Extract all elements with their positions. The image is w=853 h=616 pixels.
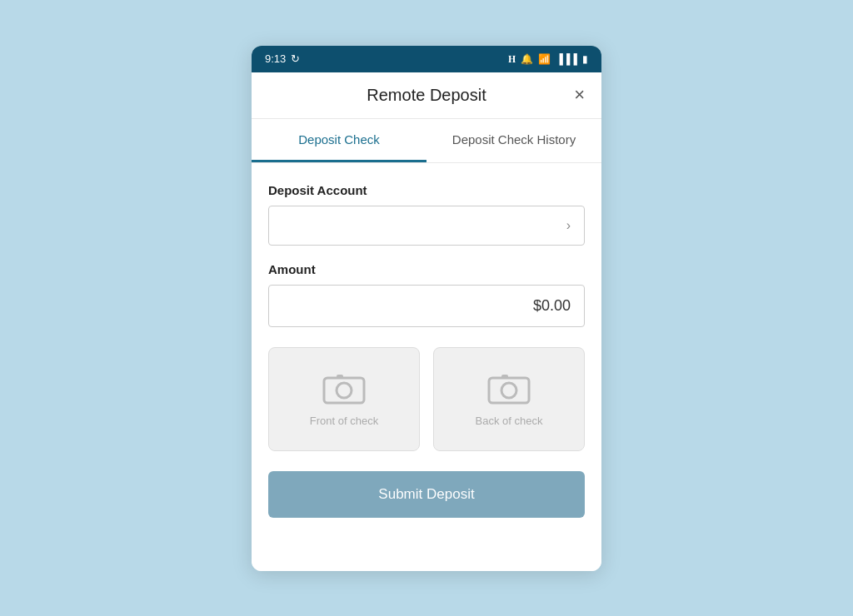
amount-value: $0.00 (533, 297, 571, 315)
wifi-icon: 📶 (538, 53, 551, 65)
status-bar-right: 𝐇 🔔 📶 ▐▐▐ ▮ (508, 53, 588, 65)
status-bar: 9:13 ↻ 𝐇 🔔 📶 ▐▐▐ ▮ (252, 46, 601, 72)
amount-label: Amount (268, 262, 585, 276)
form-content: Deposit Account › Amount $0.00 Front of … (252, 163, 601, 538)
app-header: Remote Deposit × (252, 72, 601, 119)
tab-bar: Deposit Check Deposit Check History (252, 119, 601, 163)
svg-point-1 (337, 383, 352, 398)
photo-upload-row: Front of check Back of check (268, 347, 585, 451)
status-bar-left: 9:13 ↻ (265, 52, 300, 65)
svg-rect-2 (337, 375, 343, 379)
chevron-right-icon: › (566, 218, 571, 233)
svg-point-4 (501, 383, 516, 398)
deposit-account-label: Deposit Account (268, 183, 585, 197)
alarm-icon: 🔔 (521, 53, 533, 65)
deposit-account-field[interactable]: › (268, 206, 585, 246)
close-button[interactable]: × (574, 86, 585, 104)
amount-field[interactable]: $0.00 (268, 285, 585, 327)
back-check-label: Back of check (476, 415, 543, 427)
refresh-icon: ↻ (291, 52, 300, 65)
nfc-icon: 𝐇 (508, 53, 516, 65)
tab-deposit-check[interactable]: Deposit Check (252, 119, 426, 162)
camera-front-icon (322, 371, 366, 405)
battery-icon: ▮ (582, 53, 588, 65)
phone-container: 9:13 ↻ 𝐇 🔔 📶 ▐▐▐ ▮ Remote Deposit × Depo… (252, 46, 601, 571)
submit-deposit-button[interactable]: Submit Deposit (268, 471, 585, 518)
tab-deposit-check-history[interactable]: Deposit Check History (426, 119, 601, 162)
signal-icon: ▐▐▐ (556, 53, 577, 65)
front-check-label: Front of check (310, 415, 378, 427)
bottom-space (252, 538, 601, 571)
front-check-upload[interactable]: Front of check (268, 347, 420, 451)
back-check-upload[interactable]: Back of check (433, 347, 585, 451)
header-title: Remote Deposit (367, 86, 486, 105)
camera-back-icon (487, 371, 531, 405)
time-display: 9:13 (265, 52, 286, 65)
svg-rect-5 (501, 375, 508, 379)
